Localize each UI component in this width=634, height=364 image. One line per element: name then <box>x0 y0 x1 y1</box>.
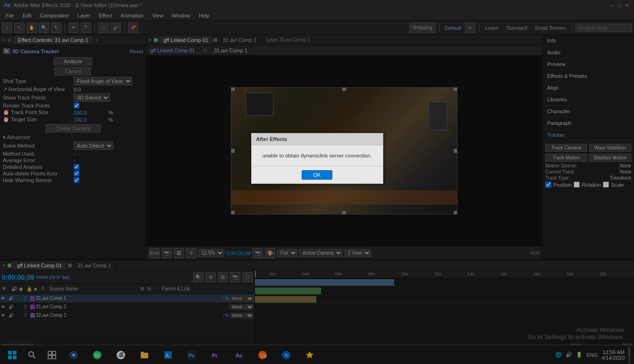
dialog-overlay: After Effects unable to obtain dynamicli… <box>0 0 634 364</box>
after-effects-dialog: After Effects unable to obtain dynamicli… <box>251 133 383 184</box>
dialog-title: After Effects <box>252 133 383 145</box>
dialog-ok-button[interactable]: OK <box>302 170 333 180</box>
dialog-message: unable to obtain dynamiclink server conn… <box>261 153 373 158</box>
dialog-body: unable to obtain dynamiclink server conn… <box>252 145 383 166</box>
dialog-footer: OK <box>252 166 383 183</box>
